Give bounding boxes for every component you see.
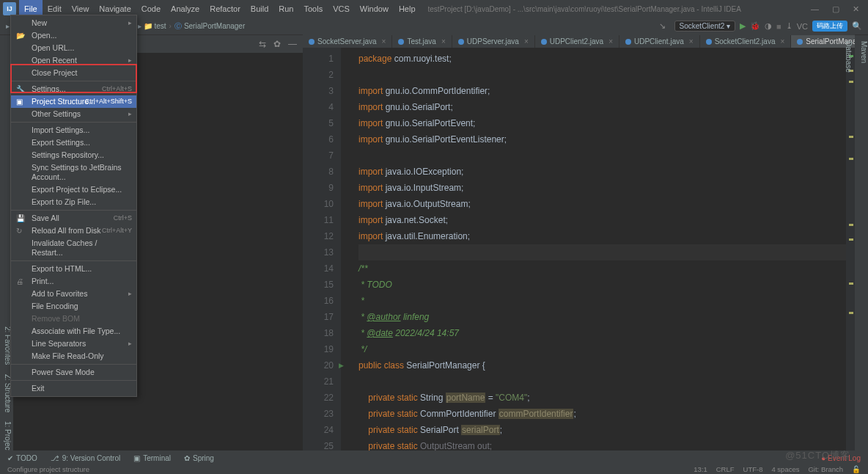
menu-item-add-to-favorites[interactable]: Add to Favorites▸ [11,288,136,300]
add-config-icon[interactable]: ↘ [655,21,670,32]
code-line[interactable]: * @date 2022/4/24 14:57 [358,325,846,341]
editor-tabs: SocketServer.java×Test.java×UDPServer.ja… [303,32,855,48]
menu-item-open-recent[interactable]: Open Recent▸ [11,54,136,67]
menu-item-invalidate-caches-restart-[interactable]: Invalidate Caches / Restart... [11,237,136,259]
menu-item-new[interactable]: New▸ [11,17,136,29]
menu-item-settings-[interactable]: 🔧Settings...Ctrl+Alt+S [11,83,136,95]
bottom-tool-spring[interactable]: ✿Spring [184,454,214,462]
update-project-icon[interactable]: ⤓ [786,21,792,31]
code-line[interactable] [358,244,846,260]
toolwindow-tab[interactable]: Maven [860,41,868,456]
bottom-tool-terminal[interactable]: ▣Terminal [133,454,171,462]
file-menu-dropdown: New▸📂Open...Open URL...Open Recent▸Close… [10,15,137,397]
caret-position[interactable]: 13:1 [694,465,707,473]
run-coverage-icon[interactable]: ◑ [765,21,772,31]
code-line[interactable]: */ [358,341,846,357]
lock-icon[interactable]: 🔓 [852,465,861,473]
menu-refactor[interactable]: Refactor [205,0,246,18]
code-line[interactable]: import gnu.io.SerialPort; [358,99,846,115]
file-encoding[interactable]: UTF-8 [743,465,763,473]
menu-item-sync-settings-to-jetbrains-account-[interactable]: Sync Settings to JetBrains Account... [11,161,136,183]
window-controls: — ▢ ✕ [811,4,868,14]
menu-item-other-settings[interactable]: Other Settings▸ [11,108,136,120]
menu-code[interactable]: Code [136,0,166,18]
menu-vcs[interactable]: VCS [328,0,355,18]
code-line[interactable]: private static String portName = "COM4"; [358,390,846,406]
menu-item-associate-with-file-type-[interactable]: Associate with File Type... [11,325,136,338]
code-line[interactable]: * TODO [358,277,846,293]
code-line[interactable] [358,373,846,390]
menu-run[interactable]: Run [273,0,298,18]
menu-item-export-settings-[interactable]: Export Settings... [11,136,136,149]
menu-window[interactable]: Window [355,0,394,18]
editor-tab[interactable]: SocketServer.java× [303,35,392,48]
toolwindow-tab[interactable]: 1: Project [1,421,12,452]
menu-item-export-to-html-[interactable]: Export to HTML... [11,263,136,275]
code-line[interactable]: public class SerialPortManager { [358,357,846,373]
menu-item-print-[interactable]: 🖨Print... [11,275,136,288]
editor-tab[interactable]: UDPServer.java× [452,35,535,48]
editor-tab[interactable]: SocketClient2.java× [700,35,792,48]
code-line[interactable]: import java.util.Enumeration; [358,228,846,244]
code-area[interactable]: package com.ruoyi.test;import gnu.io.Com… [341,48,846,456]
hide-icon[interactable]: — [288,39,297,49]
menu-build[interactable]: Build [246,0,273,18]
code-line[interactable]: import java.io.InputStream; [358,180,846,196]
menu-item-export-project-to-eclipse-[interactable]: Export Project to Eclipse... [11,183,136,196]
menu-item-line-separators[interactable]: Line Separators▸ [11,338,136,350]
bottom-toolwindow-bar: ✔TODO⎇9: Version Control▣Terminal✿Spring… [0,451,868,465]
code-line[interactable]: private static SerialPort serialPort; [358,422,846,438]
menu-tools[interactable]: Tools [298,0,328,18]
run-config-label: SocketClient2 [680,22,725,30]
code-line[interactable]: /** [358,260,846,277]
debug-button[interactable]: 🐞 [750,21,760,31]
code-line[interactable]: package com.ruoyi.test; [358,51,846,67]
menu-item-close-project[interactable]: Close Project [11,67,136,79]
search-icon[interactable]: 🔍 [852,21,862,31]
upload-cloud-badge[interactable]: 码路上传 [812,21,847,32]
stop-button[interactable]: ■ [776,22,781,31]
menu-item-import-settings-[interactable]: Import Settings... [11,124,136,136]
menu-item-save-all[interactable]: 💾Save AllCtrl+S [11,212,136,225]
bottom-tool-todo[interactable]: ✔TODO [7,454,37,462]
menu-help[interactable]: Help [394,0,421,18]
minimize-button[interactable]: — [811,4,819,14]
code-line[interactable] [358,147,846,164]
settings-icon[interactable]: ✿ [273,39,281,49]
menu-analyze[interactable]: Analyze [166,0,205,18]
code-line[interactable]: private static CommPortIdentifier commPo… [358,406,846,422]
menu-item-exit[interactable]: Exit [11,382,136,395]
code-line[interactable]: import java.net.Socket; [358,212,846,228]
code-line[interactable]: import gnu.io.CommPortIdentifier; [358,83,846,99]
editor-tab[interactable]: UDPClient.java× [619,35,700,48]
expand-icon[interactable]: ⇆ [259,39,266,49]
menu-item-file-encoding[interactable]: File Encoding [11,300,136,313]
menu-item-power-save-mode[interactable]: Power Save Mode [11,366,136,379]
menu-item-project-structure-[interactable]: ▣Project Structure...Ctrl+Alt+Shift+S [11,95,136,108]
code-line[interactable]: * @author linfeng [358,309,846,325]
maximize-button[interactable]: ▢ [832,4,839,14]
code-line[interactable]: import java.io.IOException; [358,164,846,180]
menu-item-open-url-[interactable]: Open URL... [11,42,136,54]
git-branch[interactable]: Git: Branch [808,465,843,473]
code-line[interactable]: import gnu.io.SerialPortEvent; [358,115,846,131]
menu-item-export-to-zip-file-[interactable]: Export to Zip File... [11,196,136,208]
code-line[interactable] [358,67,846,83]
app-logo: IJ [3,2,16,15]
toolwindow-tab[interactable]: Database [845,41,853,456]
menu-item-settings-repository-[interactable]: Settings Repository... [11,149,136,161]
code-line[interactable]: * [358,293,846,309]
run-config-selector[interactable]: SocketClient2 ▾ [674,21,735,32]
editor-tab[interactable]: UDPClient2.java× [535,35,619,48]
code-line[interactable]: import java.io.OutputStream; [358,196,846,212]
run-button[interactable]: ▶ [740,21,746,31]
code-line[interactable]: import gnu.io.SerialPortEventListener; [358,131,846,147]
menu-item-open-[interactable]: 📂Open... [11,29,136,42]
menu-item-reload-all-from-disk[interactable]: ↻Reload All from DiskCtrl+Alt+Y [11,225,136,237]
bottom-tool--version-control[interactable]: ⎇9: Version Control [51,454,121,462]
indent-status[interactable]: 4 spaces [771,465,799,473]
menu-item-make-file-read-only[interactable]: Make File Read-Only [11,350,136,362]
line-separator[interactable]: CRLF [716,465,735,473]
editor-tab[interactable]: Test.java× [392,35,452,48]
close-button[interactable]: ✕ [853,4,859,14]
